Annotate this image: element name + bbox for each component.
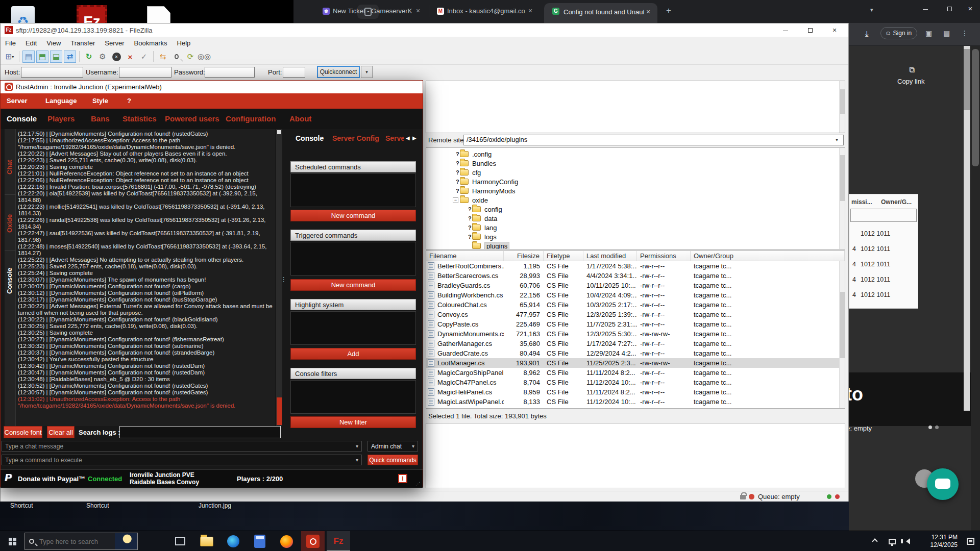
tab-scroll-left-icon[interactable]: ◀ [406, 135, 410, 141]
page-scrollbar[interactable] [971, 46, 980, 531]
new-command-button[interactable]: New command [290, 210, 416, 221]
tree-item[interactable]: config [426, 205, 835, 214]
close-button[interactable]: × [823, 23, 846, 37]
chevron-down-icon[interactable]: ▾ [356, 457, 358, 463]
desktop-shortcut-label[interactable]: Shortcut [10, 502, 33, 509]
volume-tray-icon[interactable] [899, 531, 914, 551]
tree-item[interactable]: HarmonyMods [426, 186, 835, 195]
file-row[interactable]: GatherManager.cs 35,680 CS File 1/17/202… [426, 339, 845, 348]
file-list-scrollbar[interactable] [839, 261, 845, 408]
menu-bookmarks[interactable]: Bookmarks [134, 39, 167, 47]
desktop-image-label[interactable]: Junction.jpg [199, 502, 231, 509]
right-tab-server-config[interactable]: Server Config [332, 134, 379, 142]
console-filters-list[interactable] [290, 380, 416, 414]
tab-bans[interactable]: Bans [91, 114, 110, 123]
tree-item[interactable]: logs [426, 232, 835, 241]
file-row[interactable]: DynamicMonuments.cs 721,163 CS File 12/3… [426, 329, 845, 339]
new-tab-icon[interactable]: + [666, 6, 671, 16]
chat-widget-button[interactable] [927, 468, 959, 500]
task-view-button[interactable] [168, 531, 192, 551]
scrollbar-up-icon[interactable] [277, 130, 281, 134]
file-row[interactable]: MagicCh47Panel.cs 8,704 CS File 11/12/20… [426, 378, 845, 387]
tab-close-icon[interactable]: × [416, 7, 420, 15]
triggered-commands-list[interactable] [290, 242, 416, 276]
tab-console[interactable]: Console [7, 114, 37, 123]
panel-resize-handle[interactable]: ⋮ [281, 277, 286, 292]
action-center-button[interactable] [962, 531, 979, 551]
new-filter-button[interactable]: New filter [290, 416, 416, 428]
queue-toggle-icon[interactable]: ⇄ [64, 51, 76, 63]
site-manager-icon[interactable]: ⊞▾ [4, 51, 16, 63]
donate-link[interactable]: Donate with Paypal™ [18, 475, 85, 483]
menu-edit[interactable]: Edit [26, 39, 37, 47]
extensions-icon[interactable]: ▣ [925, 29, 932, 37]
chrome-close-button[interactable]: × [962, 4, 979, 13]
rustadmin-taskbar-button[interactable] [301, 531, 325, 551]
menu-server[interactable]: Server [7, 97, 27, 105]
chevron-down-icon[interactable]: ▾ [356, 443, 358, 449]
new-command-button[interactable]: New command [290, 279, 416, 291]
file-row[interactable]: BetterScarecrows.cs 28,993 CS File 4/4/2… [426, 271, 845, 281]
cancel-icon[interactable]: × [110, 51, 122, 63]
tree-item[interactable]: Bundles [426, 159, 835, 168]
disconnect-icon[interactable]: × [124, 51, 136, 63]
menu-file[interactable]: File [5, 39, 16, 47]
file-row[interactable]: GuardedCrate.cs 80,494 CS File 12/29/202… [426, 348, 845, 358]
filter-icon[interactable]: ◎◎ [198, 51, 210, 63]
tab-close-icon[interactable]: × [528, 7, 532, 15]
local-tree-toggle-icon[interactable]: ⬒ [36, 51, 48, 63]
menu-language[interactable]: Language [45, 97, 77, 105]
menu-help[interactable]: ? [127, 97, 131, 105]
menu-view[interactable]: View [46, 39, 61, 47]
firefox-button[interactable] [275, 531, 298, 551]
tab-players[interactable]: Players [47, 114, 75, 123]
menu-server[interactable]: Server [105, 39, 124, 47]
console-font-button[interactable]: Console font [4, 426, 42, 438]
info-icon[interactable]: i [398, 474, 407, 483]
tab-close-icon[interactable]: × [646, 8, 650, 16]
port-input[interactable] [283, 67, 305, 78]
refresh-icon[interactable]: ↻ [83, 51, 95, 63]
column-filename[interactable]: Filename [426, 251, 504, 261]
page-inner-scrollbar[interactable] [964, 46, 970, 411]
remote-site-combo[interactable]: /34165/oxide/plugins [463, 135, 844, 145]
file-row[interactable]: CopyPaste.cs 225,469 CS File 11/7/2025 2… [426, 319, 845, 329]
chat-message-input[interactable]: Type a chat message▾ [2, 441, 362, 452]
sign-in-button[interactable]: ☺ Sign in [880, 27, 917, 39]
tree-expander[interactable]: − [453, 197, 458, 203]
tab-new-ticket[interactable]: New Ticket - GameserverKings [333, 7, 412, 15]
chevron-down-icon[interactable]: ▾ [412, 443, 414, 449]
side-panel-icon[interactable]: ▤ [943, 29, 950, 37]
tab-configuration[interactable]: Configuration [226, 114, 276, 123]
quick-commands-button[interactable]: Quick commands [368, 455, 418, 465]
tree-item[interactable]: lang [426, 223, 835, 232]
menu-help[interactable]: Help [177, 39, 191, 47]
console-log[interactable]: (12:17:50) | [DynamicMonuments] Configur… [16, 129, 275, 426]
file-row[interactable]: BetterRootCombiners.... 1,195 CS File 1/… [426, 261, 845, 271]
tree-expander[interactable] [465, 243, 471, 249]
tree-item[interactable]: .config [426, 149, 835, 159]
taskbar-search-input[interactable] [38, 537, 100, 546]
tray-expand-button[interactable] [868, 531, 882, 551]
taskbar-clock[interactable]: 12:31 PM 12/4/2025 [917, 534, 958, 549]
maximize-button[interactable] [798, 23, 822, 37]
download-icon[interactable]: ⤓ [865, 29, 869, 38]
taskbar-search[interactable] [24, 533, 138, 550]
highlight-system-list[interactable] [290, 311, 416, 345]
file-explorer-button[interactable] [195, 531, 218, 551]
tab-scroll-right-icon[interactable]: ▶ [412, 135, 416, 141]
tab-powered-users[interactable]: Powered users [165, 114, 219, 123]
file-row[interactable]: MagicCargoShipPanel... 8,962 CS File 11/… [426, 368, 845, 378]
scheduled-commands-list[interactable] [290, 173, 416, 207]
tree-item[interactable]: data [426, 214, 835, 223]
copy-icon[interactable]: ⧉ [909, 65, 915, 74]
file-row[interactable]: BuildingWorkbench.cs 22,156 CS File 10/4… [426, 290, 845, 300]
scrollbar-thumb[interactable] [277, 397, 282, 425]
reconnect-icon[interactable]: ✓ [138, 51, 150, 63]
start-button[interactable] [0, 531, 24, 551]
clear-all-button[interactable]: Clear all [47, 426, 75, 438]
host-input[interactable] [21, 67, 83, 78]
column-filetype[interactable]: Filetype [544, 251, 583, 261]
quickconnect-dropdown-icon[interactable]: ▾ [361, 66, 373, 78]
add-button[interactable]: Add [290, 348, 416, 360]
